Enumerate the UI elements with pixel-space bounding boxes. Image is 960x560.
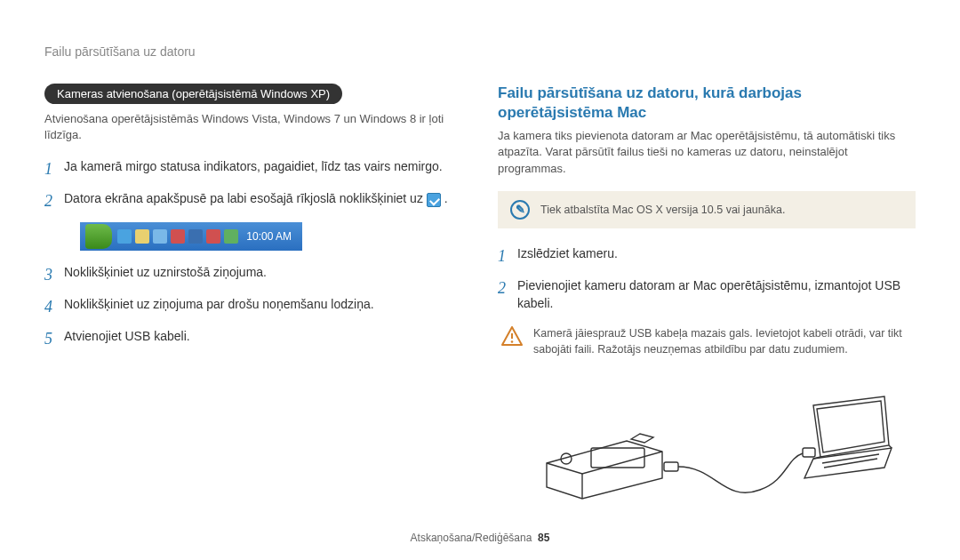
step-number: 1 — [498, 244, 517, 268]
warning-icon — [501, 326, 523, 357]
step-1: 1 Ja kamerā mirgo statusa indikators, pa… — [44, 157, 462, 180]
section-pill: Kameras atvienošana (operētājsistēmā Win… — [44, 84, 342, 104]
section-title: Failu pārsūtīšana uz datoru, kurā darboj… — [498, 84, 916, 123]
step-text: Izslēdziet kameru. — [517, 244, 916, 262]
tray-icon — [135, 229, 149, 244]
step-3: 3 Noklikšķiniet uz uznirstošā ziņojuma. — [44, 263, 462, 286]
tray-icon — [153, 229, 167, 244]
footer-section: Atskaņošana/Rediģēšana — [411, 532, 532, 544]
tray-icon — [117, 229, 132, 244]
step-2: 2 Datora ekrāna apakšpusē pa labi esošaj… — [44, 189, 462, 212]
svg-rect-4 — [664, 462, 678, 471]
taskbar-clock: 10:00 AM — [246, 230, 297, 243]
step-text: Noklikšķiniet uz uznirstošā ziņojuma. — [64, 263, 462, 281]
intro-text: Atvienošana operētājsistēmās Windows Vis… — [44, 111, 462, 143]
tray-icon — [224, 229, 238, 244]
note-text: Tiek atbalstīta Mac OS X versija 10.5 va… — [540, 204, 785, 216]
left-column: Kameras atvienošana (operētājsistēmā Win… — [44, 84, 462, 516]
page-footer: Atskaņošana/Rediģēšana 85 — [0, 532, 960, 544]
info-icon: ✎ — [510, 200, 530, 220]
connection-illustration — [498, 379, 916, 516]
step-text: Datora ekrāna apakšpusē pa labi esošajā … — [64, 189, 462, 207]
step-number: 2 — [498, 276, 517, 300]
step-text: Pievienojiet kameru datoram ar Mac operē… — [517, 276, 916, 313]
step-text: Noklikšķiniet uz ziņojuma par drošu noņe… — [64, 295, 462, 313]
right-column: Failu pārsūtīšana uz datoru, kurā darboj… — [498, 84, 916, 516]
warning-text: Kamerā jāiesprauž USB kabeļa mazais gals… — [533, 326, 912, 357]
step-5: 5 Atvienojiet USB kabeli. — [44, 327, 462, 350]
step-number: 3 — [44, 263, 64, 286]
page-number: 85 — [538, 532, 549, 544]
step-text: Ja kamerā mirgo statusa indikators, paga… — [64, 157, 462, 175]
step-4: 4 Noklikšķiniet uz ziņojuma par drošu no… — [44, 295, 462, 318]
tray-icon — [171, 229, 185, 244]
content-columns: Kameras atvienošana (operētājsistēmā Win… — [44, 84, 916, 516]
step-2: 2 Pievienojiet kameru datoram ar Mac ope… — [498, 276, 916, 313]
start-button-icon — [85, 224, 112, 249]
page-header: Failu pārsūtīšana uz datoru — [44, 44, 916, 59]
tray-icon — [188, 229, 203, 244]
warning-box: Kamerā jāiesprauž USB kabeļa mazais gals… — [498, 321, 916, 363]
svg-rect-5 — [803, 448, 815, 457]
step-1: 1 Izslēdziet kameru. — [498, 244, 916, 268]
step-number: 1 — [44, 157, 64, 180]
tray-icon — [206, 229, 220, 244]
step-text: Atvienojiet USB kabeli. — [64, 327, 462, 345]
svg-line-7 — [824, 459, 877, 468]
windows-taskbar: 10:00 AM — [80, 222, 302, 251]
note-box: ✎ Tiek atbalstīta Mac OS X versija 10.5 … — [498, 191, 916, 228]
svg-point-1 — [511, 341, 514, 344]
svg-rect-2 — [591, 448, 644, 468]
safely-remove-icon — [427, 193, 441, 207]
step-number: 2 — [44, 189, 64, 212]
step-number: 4 — [44, 295, 64, 318]
intro-text: Ja kamera tiks pievienota datoram ar Mac… — [498, 128, 916, 177]
step-number: 5 — [44, 327, 64, 350]
